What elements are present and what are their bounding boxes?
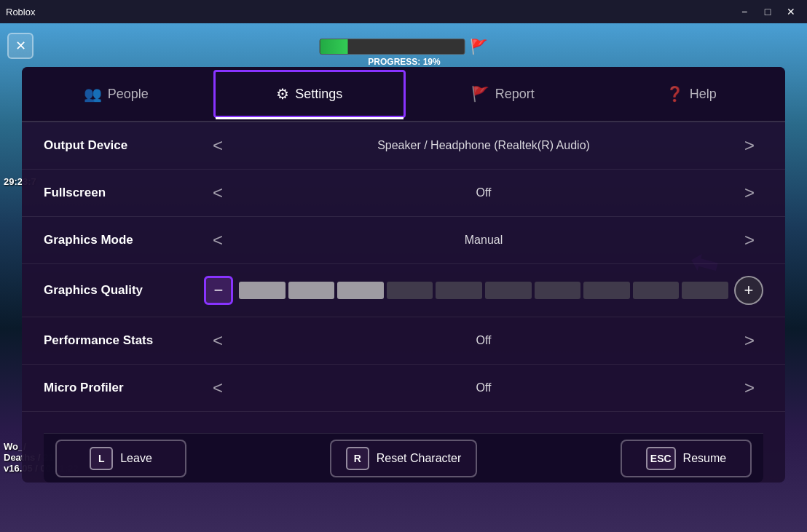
graphics-quality-label: Graphics Quality bbox=[44, 283, 204, 298]
setting-row-performance-stats: Performance Stats < Off > bbox=[22, 317, 785, 365]
maximize-button[interactable]: □ bbox=[757, 4, 778, 19]
resume-label: Resume bbox=[683, 452, 727, 465]
fullscreen-label: Fullscreen bbox=[44, 186, 204, 200]
graphics-mode-value: Manual bbox=[243, 234, 724, 247]
reset-character-button[interactable]: R Reset Character bbox=[330, 440, 478, 477]
tab-people-label: People bbox=[108, 87, 149, 102]
graphics-mode-label: Graphics Mode bbox=[44, 233, 204, 247]
tab-bar: 👥 People ⚙ Settings 🚩 Report ❓ Help bbox=[22, 67, 785, 122]
micro-profiler-next[interactable]: > bbox=[736, 376, 763, 400]
quality-segment-4[interactable] bbox=[387, 282, 433, 299]
performance-stats-control: < Off > bbox=[204, 329, 763, 352]
quality-segment-6[interactable] bbox=[485, 282, 532, 299]
tab-help[interactable]: ❓ Help bbox=[597, 67, 786, 121]
performance-stats-value: Off bbox=[243, 334, 724, 347]
resume-button[interactable]: ESC Resume bbox=[621, 440, 752, 477]
quality-increase-button[interactable]: + bbox=[734, 276, 763, 305]
tab-report[interactable]: 🚩 Report bbox=[409, 67, 597, 121]
quality-segment-9[interactable] bbox=[633, 282, 680, 299]
settings-content: Output Device < Speaker / Headphone (Rea… bbox=[22, 122, 785, 483]
tab-settings-label: Settings bbox=[295, 87, 342, 102]
tab-settings[interactable]: ⚙ Settings bbox=[213, 70, 406, 118]
settings-icon: ⚙ bbox=[276, 85, 289, 103]
fullscreen-prev[interactable]: < bbox=[204, 181, 232, 205]
quality-segment-1[interactable] bbox=[239, 282, 286, 299]
setting-row-graphics-quality: Graphics Quality − + bbox=[22, 264, 785, 317]
quality-segment-5[interactable] bbox=[436, 282, 482, 299]
tab-help-label: Help bbox=[690, 87, 717, 102]
output-device-next[interactable]: > bbox=[736, 134, 763, 157]
setting-row-fullscreen: Fullscreen < Off > bbox=[22, 170, 785, 217]
window-title: Roblox bbox=[6, 7, 35, 17]
leave-label: Leave bbox=[120, 452, 152, 465]
setting-row-output-device: Output Device < Speaker / Headphone (Rea… bbox=[22, 122, 785, 170]
quality-slider: − + bbox=[204, 276, 763, 305]
output-device-label: Output Device bbox=[44, 138, 204, 153]
quality-segment-3[interactable] bbox=[337, 282, 384, 299]
titlebar: Roblox − □ ✕ bbox=[0, 0, 807, 23]
close-panel-button[interactable]: ✕ bbox=[7, 33, 34, 59]
graphics-mode-next[interactable]: > bbox=[736, 229, 763, 252]
performance-stats-label: Performance Stats bbox=[44, 333, 204, 348]
graphics-mode-control: < Manual > bbox=[204, 229, 763, 252]
quality-track bbox=[239, 280, 728, 301]
minimize-button[interactable]: − bbox=[734, 4, 755, 19]
help-icon: ❓ bbox=[666, 85, 684, 103]
output-device-prev[interactable]: < bbox=[204, 134, 232, 157]
setting-row-micro-profiler: Micro Profiler < Off > bbox=[22, 365, 785, 412]
resume-key-badge: ESC bbox=[646, 447, 676, 470]
performance-stats-prev[interactable]: < bbox=[204, 329, 232, 352]
fullscreen-next[interactable]: > bbox=[736, 181, 763, 205]
performance-stats-next[interactable]: > bbox=[736, 329, 763, 352]
tab-people[interactable]: 👥 People bbox=[22, 67, 210, 121]
window-close-button[interactable]: ✕ bbox=[781, 4, 801, 19]
reset-label: Reset Character bbox=[377, 452, 462, 465]
fullscreen-control: < Off > bbox=[204, 181, 763, 205]
output-device-value: Speaker / Headphone (Realtek(R) Audio) bbox=[243, 139, 724, 152]
fullscreen-value: Off bbox=[243, 186, 724, 199]
micro-profiler-control: < Off > bbox=[204, 376, 763, 400]
output-device-control: < Speaker / Headphone (Realtek(R) Audio)… bbox=[204, 134, 763, 157]
micro-profiler-label: Micro Profiler bbox=[44, 381, 204, 395]
graphics-quality-control: − + bbox=[204, 276, 763, 305]
quality-segment-10[interactable] bbox=[682, 282, 728, 299]
action-bar: L Leave R Reset Character ESC Resume bbox=[44, 433, 763, 483]
report-icon: 🚩 bbox=[471, 85, 489, 103]
micro-profiler-value: Off bbox=[243, 381, 724, 394]
quality-decrease-button[interactable]: − bbox=[204, 276, 233, 305]
setting-row-graphics-mode: Graphics Mode < Manual > bbox=[22, 217, 785, 264]
window-controls: − □ ✕ bbox=[734, 4, 801, 19]
graphics-mode-prev[interactable]: < bbox=[204, 229, 232, 252]
settings-panel: 👥 People ⚙ Settings 🚩 Report ❓ Help Outp… bbox=[22, 67, 785, 483]
quality-segment-7[interactable] bbox=[535, 282, 581, 299]
leave-button[interactable]: L Leave bbox=[55, 440, 186, 477]
quality-segment-8[interactable] bbox=[583, 282, 630, 299]
tab-report-label: Report bbox=[495, 87, 535, 102]
reset-key-badge: R bbox=[346, 447, 369, 470]
leave-key-badge: L bbox=[90, 447, 113, 470]
micro-profiler-prev[interactable]: < bbox=[204, 376, 232, 400]
people-icon: 👥 bbox=[84, 85, 102, 103]
quality-segment-2[interactable] bbox=[288, 282, 335, 299]
